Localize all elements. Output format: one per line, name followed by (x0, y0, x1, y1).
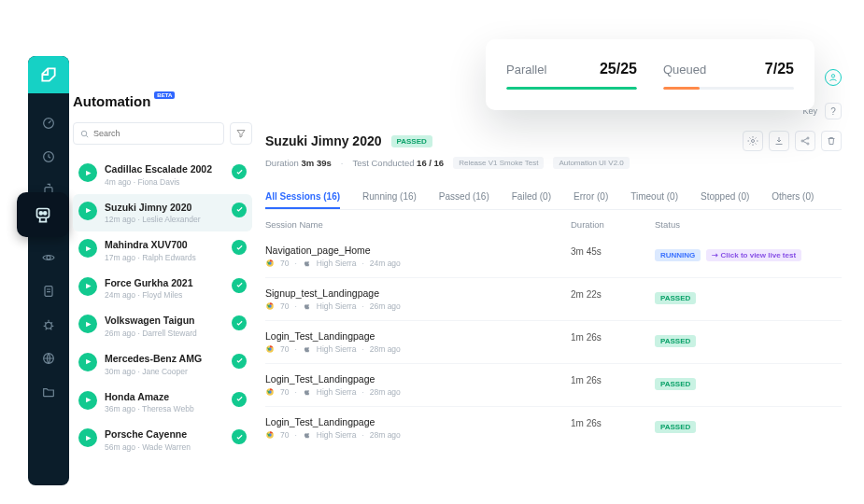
build-check-icon (232, 278, 247, 293)
session-duration: 1m 26s (571, 416, 655, 428)
svg-point-17 (807, 143, 809, 145)
nav-bug-icon[interactable] (35, 312, 62, 338)
nav-globe-icon[interactable] (35, 345, 62, 371)
apple-icon (303, 259, 311, 268)
session-name: Signup_test_Landingpage (265, 287, 571, 299)
trash-icon (826, 135, 837, 147)
build-check-icon (232, 392, 247, 407)
nav-vision-icon[interactable] (35, 245, 62, 271)
search-icon (79, 129, 90, 139)
help-button[interactable]: ? (825, 103, 842, 119)
session-row[interactable]: Login_Test_Landingpage70·High Sierra·28m… (265, 363, 842, 406)
build-status-icon (78, 277, 97, 296)
session-row[interactable]: Navigation_page_Home70·High Sierra·24m a… (265, 235, 842, 277)
delete-button[interactable] (821, 131, 842, 151)
build-name: Cadillac Escalade 2002 (105, 163, 224, 175)
share-icon (800, 135, 811, 147)
build-item[interactable]: Suzuki Jimny 202012m ago · Leslie Alexan… (73, 194, 252, 232)
session-duration: 1m 26s (571, 330, 655, 343)
svg-point-10 (39, 212, 42, 215)
session-name: Login_Test_Landingpage (265, 373, 571, 385)
svg-point-16 (807, 137, 809, 139)
build-item[interactable]: Mercedes-Benz AMG30m ago · Jane Cooper (73, 345, 252, 384)
build-status-icon (78, 391, 97, 410)
build-status-icon (78, 315, 97, 333)
tab[interactable]: Timeout (0) (630, 186, 678, 209)
col-duration: Duration (571, 219, 655, 230)
nav-docs-icon[interactable] (35, 278, 62, 304)
build-meta: 4m ago · Fiona Davis (105, 177, 224, 187)
search-input-wrap[interactable] (73, 122, 224, 145)
nav-automation-active-icon[interactable] (17, 192, 69, 237)
session-status-chip: PASSED (655, 292, 696, 304)
tab[interactable]: Error (0) (574, 186, 608, 209)
svg-point-11 (44, 212, 47, 215)
filter-icon (235, 128, 247, 139)
filter-button[interactable] (230, 122, 252, 145)
nav-dashboard-icon[interactable] (35, 110, 62, 136)
session-row[interactable]: Signup_test_Landingpage70·High Sierra·26… (265, 277, 842, 320)
session-meta: 70·High Sierra·28m ago (265, 387, 571, 397)
build-status-icon (78, 202, 97, 220)
tab[interactable]: Failed (0) (512, 186, 551, 209)
brand-logo[interactable] (28, 56, 69, 93)
chrome-icon (265, 387, 275, 397)
tab[interactable]: Running (16) (362, 186, 417, 209)
tab[interactable]: Others (0) (772, 186, 814, 209)
session-row[interactable]: Login_Test_Landingpage70·High Sierra·28m… (265, 320, 842, 363)
build-meta: 26m ago · Darrell Steward (105, 329, 224, 338)
build-item[interactable]: Mahindra XUV70017m ago · Ralph Edwards (73, 231, 252, 270)
col-session-name: Session Name (265, 219, 571, 230)
queued-label: Queued (663, 63, 706, 77)
build-status-icon (78, 428, 97, 447)
build-item[interactable]: Cadillac Escalade 20024m ago · Fiona Dav… (73, 156, 252, 194)
session-duration: 3m 45s (571, 245, 655, 257)
download-button[interactable] (769, 131, 789, 151)
build-list: Cadillac Escalade 20024m ago · Fiona Dav… (73, 156, 252, 459)
build-status-icon (78, 353, 97, 371)
queued-bar (663, 87, 794, 90)
session-status-chip: PASSED (655, 335, 696, 347)
session-name: Login_Test_Landingpage (265, 330, 571, 342)
share-button[interactable] (795, 131, 815, 151)
parallel-label: Parallel (506, 63, 546, 77)
build-check-icon (232, 164, 247, 179)
svg-point-14 (752, 140, 755, 143)
build-meta: 56m ago · Wade Warren (105, 442, 224, 452)
build-item[interactable]: Force Gurkha 202124m ago · Floyd Miles (73, 270, 252, 308)
session-tabs: All Sessions (16)Running (16)Passed (16)… (265, 186, 842, 210)
tab[interactable]: Stopped (0) (701, 186, 749, 209)
tab[interactable]: Passed (16) (439, 186, 489, 209)
beta-badge: BETA (154, 91, 175, 99)
build-item[interactable]: Volkswagen Taigun26m ago · Darrell Stewa… (73, 307, 252, 345)
chrome-icon (265, 430, 275, 440)
col-status: Status (655, 219, 842, 230)
build-item[interactable]: Porsche Cayenne56m ago · Wade Warren (73, 421, 252, 459)
svg-point-7 (46, 322, 52, 329)
queued-value: 7/25 (765, 61, 794, 77)
tab[interactable]: All Sessions (16) (265, 186, 340, 209)
profile-avatar-icon[interactable] (825, 69, 842, 86)
build-meta: 12m ago · Leslie Alexander (105, 215, 224, 224)
search-input[interactable] (93, 129, 218, 138)
parallel-bar (506, 87, 637, 90)
session-name: Navigation_page_Home (265, 245, 571, 256)
view-live-button[interactable]: ⇢ Click to view live test (706, 249, 801, 261)
build-check-icon (232, 240, 247, 255)
session-meta: 70·High Sierra·28m ago (265, 430, 571, 440)
svg-point-13 (81, 131, 87, 136)
nav-folder-icon[interactable] (35, 379, 62, 405)
build-item[interactable]: Honda Amaze36m ago · Theresa Webb (73, 384, 252, 422)
parallel-queued-card: Parallel 25/25 Queued 7/25 (486, 39, 814, 110)
svg-rect-6 (45, 287, 52, 297)
chrome-icon (265, 259, 275, 268)
build-title: Suzuki Jimny 2020 (265, 133, 382, 148)
session-row[interactable]: Login_Test_Landingpage70·High Sierra·28m… (265, 406, 842, 449)
settings-button[interactable] (743, 131, 763, 151)
session-meta: 70·High Sierra·24m ago (265, 259, 571, 268)
session-duration: 2m 22s (571, 287, 655, 300)
side-nav (28, 56, 69, 485)
apple-icon (303, 430, 311, 440)
nav-history-icon[interactable] (35, 144, 62, 170)
build-name: Force Gurkha 2021 (105, 277, 224, 289)
